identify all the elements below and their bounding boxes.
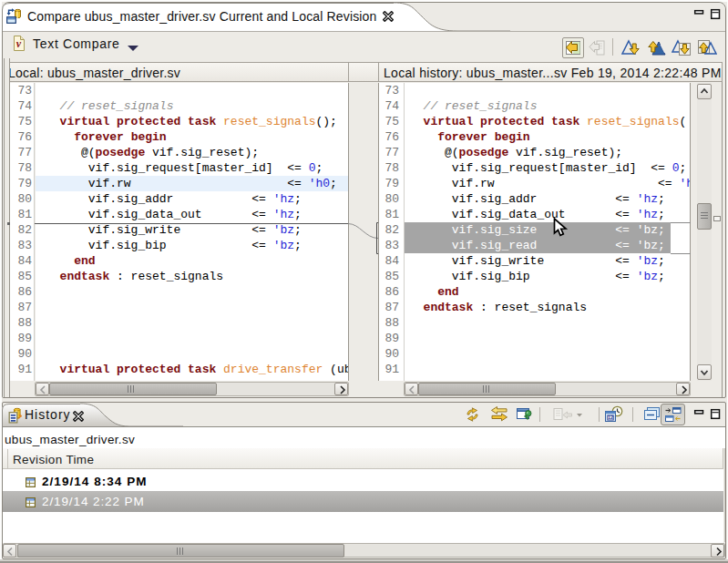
svg-text:12: 12 bbox=[608, 415, 613, 420]
svg-text:v: v bbox=[16, 37, 22, 50]
